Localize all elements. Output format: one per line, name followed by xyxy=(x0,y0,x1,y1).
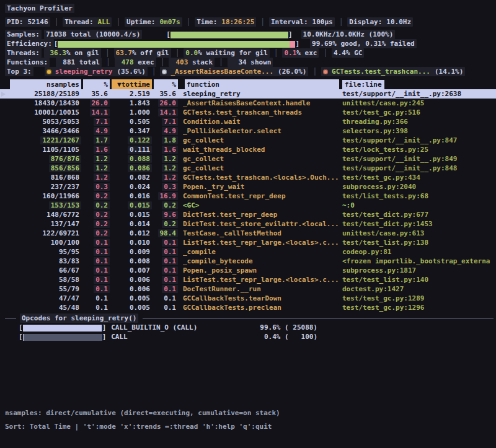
table-row[interactable]: 148/6772 0.2 0.015 9.6 DictTest.test_rep… xyxy=(0,210,496,219)
table-row[interactable]: 237/237 0.3 0.024 0.3 Popen._try_wait su… xyxy=(0,182,496,191)
table-row[interactable]: 1221/1267 1.7 0.122 1.8 gc_collect test/… xyxy=(0,136,496,145)
cumulative-pct-value: 4.9 xyxy=(162,127,178,135)
col-header-pct2[interactable]: % xyxy=(152,79,178,89)
nsamples-value: 55/79 xyxy=(57,285,81,293)
top3-pct-1: (35.6%) xyxy=(117,67,145,76)
file-line: test/test_gc.py:1289 xyxy=(342,294,424,302)
direct-pct-value: 0.1 xyxy=(94,239,110,247)
cumulative-pct-value: 0.1 xyxy=(162,248,178,256)
file-line: test/test_list.py:138 xyxy=(342,239,428,247)
table-row[interactable]: 5053/5053 7.1 0.505 7.1 Condition.wait t… xyxy=(0,117,496,126)
table-row[interactable]: 1105/1105 1.6 0.111 1.6 wait_threads_blo… xyxy=(0,145,496,154)
separator: │ xyxy=(260,17,265,27)
col-header-function[interactable]: function xyxy=(183,79,339,89)
thread-stat[interactable]: Thread:ALL xyxy=(63,17,112,27)
cumulative-pct-value: 0.3 xyxy=(162,183,178,191)
top3-name-3: GCTests.test_trashcan... xyxy=(332,67,430,76)
opcodes-list: [ ] CALL_BUILTIN_O (CALL) 99.6% ( 25088)… xyxy=(0,323,496,341)
top3-item-3[interactable]: GCTests.test_trashcan...(14.1%) xyxy=(321,67,465,76)
table-row[interactable]: 83/83 0.1 0.008 0.1 _compile_bytecode <f… xyxy=(0,257,496,266)
nsamples-value: 58/58 xyxy=(57,276,81,284)
separator: │ xyxy=(323,48,327,58)
nsamples-value: 148/6772 xyxy=(45,211,81,219)
samples-row: Samples: 71038 total (10000.4/s) [] 10.0… xyxy=(0,30,496,39)
col-header-file[interactable]: file:line xyxy=(342,80,496,89)
table-row[interactable]: 47/47 0.1 0.005 0.1 GCCallbackTests.tear… xyxy=(0,294,496,303)
efficiency-label: Efficiency: xyxy=(5,39,54,48)
function-name: GCCallbackTests.tearDown xyxy=(183,294,281,302)
nsamples-value: 1105/1105 xyxy=(40,146,81,154)
tottime-value: 0.005 xyxy=(128,294,152,302)
table-row[interactable]: 10001/10015 14.1 1.000 14.1 GCTests.test… xyxy=(0,108,496,117)
direct-pct-value: 0.1 xyxy=(94,266,110,275)
table-row[interactable]: 95/95 0.1 0.009 0.1 _compile codeop.py:8… xyxy=(0,247,496,257)
efficiency-bar-failed xyxy=(290,41,295,48)
separator: │ xyxy=(274,48,278,58)
file-line: <frozen importlib._bootstrap_externa xyxy=(342,257,490,265)
nsamples-value: 83/83 xyxy=(57,257,81,265)
separator: │ xyxy=(55,17,59,27)
table-row[interactable]: 58/58 0.1 0.006 0.1 ListTest.test_repr_l… xyxy=(0,275,496,284)
direct-pct-value: 0.1 xyxy=(94,294,110,302)
file-line: test/test_dict.py:677 xyxy=(342,211,428,219)
table-row[interactable]: 856/856 1.2 0.086 1.2 gc_collect test/su… xyxy=(0,164,496,173)
cumulative-pct-value: 16.9 xyxy=(158,192,179,200)
table-row[interactable]: 137/147 0.2 0.014 0.2 DictTest.test_stor… xyxy=(0,219,496,229)
thread-value: ALL xyxy=(98,17,110,27)
top3-row: Top 3: sleeping_retry(35.6%) │ _AssertRa… xyxy=(0,67,496,76)
col-header-tottime-sorted[interactable]: ▼tottime xyxy=(110,79,152,89)
function-name: ListTest.test_repr_large.<locals>.c... xyxy=(183,276,339,284)
bar-close-bracket: ] xyxy=(288,30,293,39)
function-name: gc_collect xyxy=(183,136,224,144)
tottime-value: 0.008 xyxy=(128,257,152,265)
threads-waiting-gil: 0.0% waiting for gil xyxy=(184,48,269,58)
file-line: test/lock_tests.py:25 xyxy=(342,146,428,154)
table-row[interactable]: 816/868 1.2 0.082 1.2 GCTests.test_trash… xyxy=(0,173,496,182)
nsamples-value: 66/67 xyxy=(57,266,81,275)
gold-medal-icon xyxy=(46,69,51,74)
function-name: gc_collect xyxy=(183,155,224,163)
efficiency-summary: 99.69% good, 0.31% failed xyxy=(310,39,417,48)
table-row[interactable]: 25188/25189 35.6 2.519 35.6 sleeping_ret… xyxy=(0,89,496,99)
col-header-nsamples[interactable]: nsamples xyxy=(8,79,81,89)
top3-item-1[interactable]: sleeping_retry(35.6%) xyxy=(45,67,148,76)
functions-row: Functions: 881 total │ 478 exec │ 403 st… xyxy=(0,58,496,67)
interval-value: 100µs xyxy=(312,17,333,27)
table-row[interactable]: 18430/18430 26.0 1.843 26.0 _AssertRaise… xyxy=(0,99,496,108)
nsamples-value: 137/147 xyxy=(49,220,81,228)
top3-item-2[interactable]: _AssertRaisesBaseConte...(26.0%) xyxy=(160,67,308,76)
col-header-pct1[interactable]: % xyxy=(81,79,110,89)
table-row[interactable]: 55/79 0.1 0.006 0.1 DocTestRunner.__run … xyxy=(0,284,496,294)
file-line: threading.py:366 xyxy=(342,118,408,126)
table-row[interactable]: 66/67 0.1 0.007 0.1 Popen._posix_spawn s… xyxy=(0,266,496,275)
tottime-value: 0.505 xyxy=(128,118,152,126)
table-row[interactable]: 3466/3466 4.9 0.347 4.9 _PollLikeSelecto… xyxy=(0,126,496,136)
table-row[interactable]: 100/100 0.1 0.010 0.1 ListTest.test_repr… xyxy=(0,238,496,247)
opcode-row: [ ] CALL 0.4% ( 100) xyxy=(0,332,317,341)
file-line: test/support/__init__.py:847 xyxy=(342,136,457,144)
table-row[interactable]: 153/153 0.2 0.015 0.2 <GC> ~:0 xyxy=(0,201,496,210)
threads-exc: 0.1% exc xyxy=(282,48,319,58)
table-row[interactable]: 160/11966 0.2 0.016 16.9 CommonTest.test… xyxy=(0,191,496,201)
title-line: Tachyon Profiler xyxy=(0,4,496,13)
functions-shown: 34 shown xyxy=(228,58,273,67)
functions-total: 881 total xyxy=(56,58,102,67)
function-name: DictTest.test_store_evilattr.<local... xyxy=(183,220,339,228)
profiler-screen: Tachyon Profiler PID:52146 │ Thread:ALL … xyxy=(0,0,496,448)
cumulative-pct-value: 26.0 xyxy=(158,99,179,107)
efficiency-bar-good xyxy=(58,41,290,48)
function-name: Condition.wait xyxy=(183,118,241,126)
cumulative-pct-value: 14.1 xyxy=(158,108,179,116)
table-row[interactable]: 45/48 0.1 0.005 0.1 GCCallbackTests.prec… xyxy=(0,303,496,312)
threads-gc: 4.4% GC xyxy=(332,48,364,58)
bar-open-bracket: [ xyxy=(19,333,23,341)
nsamples-value: 237/237 xyxy=(49,183,81,191)
function-name: <GC> xyxy=(183,201,200,209)
direct-pct-value: 0.1 xyxy=(94,276,110,284)
cumulative-pct-value: 1.8 xyxy=(162,136,178,144)
cumulative-pct-value: 0.1 xyxy=(162,294,178,302)
tottime-value: 0.016 xyxy=(128,192,152,200)
nsamples-value: 1221/1267 xyxy=(40,136,81,144)
table-row[interactable]: 876/876 1.2 0.088 1.2 gc_collect test/su… xyxy=(0,154,496,164)
table-row[interactable]: 122/69721 0.2 0.012 98.4 TestCase._callT… xyxy=(0,229,496,238)
